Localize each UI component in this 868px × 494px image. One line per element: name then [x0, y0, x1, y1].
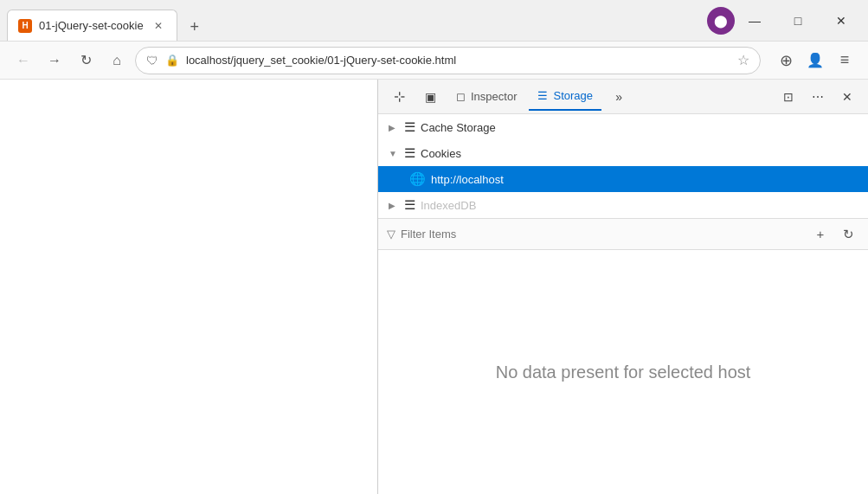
globe-icon: 🌐 [409, 171, 426, 187]
menu-button[interactable]: ≡ [832, 48, 858, 74]
options-button[interactable]: ⋯ [804, 83, 832, 111]
filter-input[interactable] [401, 228, 804, 241]
close-button[interactable]: ✕ [821, 8, 861, 34]
options-icon: ⋯ [812, 90, 824, 104]
tree-item-indexeddb[interactable]: ▶ ☰ IndexedDB [378, 192, 868, 218]
title-bar: H 01-jQuery-set-cookie ✕ + ⬤ — □ ✕ [0, 0, 868, 42]
nav-right-buttons: ⊕ 👤 ≡ [773, 48, 858, 74]
cache-storage-icon: ☰ [404, 119, 415, 135]
bookmark-icon[interactable]: ☆ [737, 52, 749, 68]
reload-icon: ↻ [80, 52, 92, 68]
shield-icon: 🛡 [146, 54, 158, 67]
page-content [0, 80, 377, 494]
maximize-button[interactable]: □ [778, 8, 818, 34]
filter-icon: ▽ [387, 228, 395, 241]
indexeddb-arrow: ▶ [389, 201, 399, 210]
devtools-close-button[interactable]: ✕ [833, 83, 861, 111]
main-area: ⊹ ▣ ◻ Inspector ☰ Storage » [0, 80, 868, 494]
tree-item-localhost[interactable]: 🌐 http://localhost [378, 166, 868, 192]
account-button[interactable]: 👤 [802, 48, 828, 74]
add-item-button[interactable]: + [809, 223, 832, 246]
frames-icon: ▣ [425, 90, 436, 104]
tab-inspector[interactable]: ◻ Inspector [447, 83, 525, 111]
more-tools-button[interactable]: » [605, 83, 633, 111]
address-bar[interactable]: 🛡 🔒 localhost/jquery_set_cookie/01-jQuer… [135, 47, 761, 74]
url-text: localhost/jquery_set_cookie/01-jQuery-se… [186, 54, 730, 67]
lock-icon: 🔒 [165, 54, 179, 67]
home-button[interactable]: ⌂ [104, 48, 130, 74]
back-icon: ← [16, 53, 30, 68]
forward-icon: → [48, 53, 61, 68]
add-icon: + [817, 227, 825, 241]
cookies-label: Cookies [421, 147, 461, 160]
pick-icon: ⊹ [394, 88, 405, 105]
tab-area: H 01-jQuery-set-cookie ✕ + [7, 0, 707, 41]
cookies-icon: ☰ [404, 145, 415, 161]
new-tab-button[interactable]: + [181, 13, 209, 41]
back-button[interactable]: ← [10, 48, 36, 74]
inspector-tab-label: Inspector [471, 90, 517, 103]
indexeddb-label: IndexedDB [421, 199, 476, 212]
filter-bar: ▽ + ↻ [378, 219, 868, 250]
no-data-message: No data present for selected host [496, 362, 751, 382]
close-icon: ✕ [842, 90, 852, 104]
devtools-toolbar: ⊹ ▣ ◻ Inspector ☰ Storage » [378, 80, 868, 114]
navigation-bar: ← → ↻ ⌂ 🛡 🔒 localhost/jquery_set_cookie/… [0, 42, 868, 80]
pick-element-button[interactable]: ⊹ [385, 83, 413, 111]
browser-frame: H 01-jQuery-set-cookie ✕ + ⬤ — □ ✕ ← → ↻ [0, 0, 868, 494]
dock-icon: ⊡ [783, 90, 794, 104]
minimize-button[interactable]: — [735, 8, 775, 34]
window-controls: — □ ✕ [735, 8, 861, 34]
refresh-icon: ↻ [843, 227, 854, 242]
avatar-icon: ⬤ [714, 14, 728, 28]
account-icon: 👤 [807, 52, 824, 68]
tab-close-button[interactable]: ✕ [151, 18, 166, 34]
storage-tab-icon: ☰ [537, 89, 548, 102]
devtools-panel: ⊹ ▣ ◻ Inspector ☰ Storage » [377, 80, 868, 494]
inspector-tab-icon: ◻ [456, 90, 466, 103]
localhost-label: http://localhost [431, 173, 504, 186]
no-data-area: No data present for selected host [378, 250, 868, 494]
tab-storage[interactable]: ☰ Storage [529, 83, 601, 111]
tab-favicon: H [18, 19, 32, 33]
pocket-icon: ⊕ [780, 51, 793, 70]
more-icon: » [615, 90, 622, 104]
dock-button[interactable]: ⊡ [775, 83, 802, 111]
cache-storage-label: Cache Storage [421, 121, 496, 134]
hamburger-icon: ≡ [840, 51, 850, 69]
storage-tab-label: Storage [553, 89, 593, 102]
tab-title: 01-jQuery-set-cookie [39, 19, 144, 32]
tree-item-cookies[interactable]: ▼ ☰ Cookies [378, 140, 868, 166]
address-icons: ☆ [737, 52, 749, 68]
profile-avatar[interactable]: ⬤ [707, 7, 735, 35]
active-tab[interactable]: H 01-jQuery-set-cookie ✕ [7, 10, 177, 41]
cookies-arrow: ▼ [389, 149, 399, 158]
pocket-button[interactable]: ⊕ [773, 48, 799, 74]
refresh-button[interactable]: ↻ [837, 223, 859, 246]
reload-button[interactable]: ↻ [73, 48, 99, 74]
indexeddb-icon: ☰ [404, 197, 415, 213]
home-icon: ⌂ [113, 53, 121, 68]
storage-tree: ▶ ☰ Cache Storage ▼ ☰ Cookies 🌐 http://l… [378, 114, 868, 219]
cache-storage-arrow: ▶ [389, 123, 399, 132]
frames-button[interactable]: ▣ [416, 83, 444, 111]
forward-button[interactable]: → [42, 48, 68, 74]
tree-item-cache-storage[interactable]: ▶ ☰ Cache Storage [378, 114, 868, 140]
devtools-right-controls: ⊡ ⋯ ✕ [775, 83, 861, 111]
